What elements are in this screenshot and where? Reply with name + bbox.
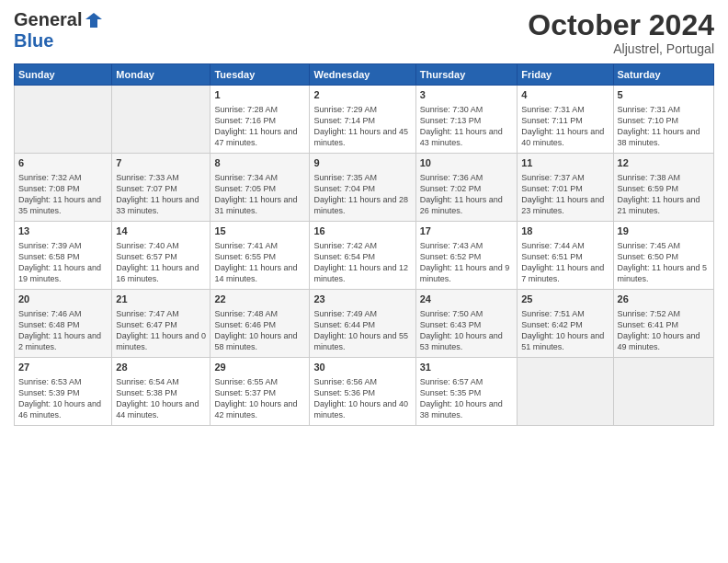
logo-bird-icon: [84, 10, 104, 30]
calendar-cell: [112, 86, 210, 154]
cell-content: Sunrise: 7:41 AMSunset: 6:55 PMDaylight:…: [214, 240, 305, 285]
week-row: 20Sunrise: 7:46 AMSunset: 6:48 PMDayligh…: [15, 290, 714, 358]
logo: General Blue: [14, 9, 104, 52]
cell-content: Sunrise: 7:37 AMSunset: 7:01 PMDaylight:…: [521, 172, 609, 217]
cell-content: Sunrise: 7:44 AMSunset: 6:51 PMDaylight:…: [521, 240, 609, 285]
calendar-cell: [613, 358, 713, 426]
day-number: 11: [521, 156, 609, 170]
calendar-cell: 10Sunrise: 7:36 AMSunset: 7:02 PMDayligh…: [415, 154, 517, 222]
col-header-thursday: Thursday: [415, 64, 517, 86]
day-number: 9: [313, 156, 411, 170]
logo-blue: Blue: [14, 30, 53, 52]
title-block: October 2024 Aljustrel, Portugal: [528, 9, 714, 56]
calendar-cell: 14Sunrise: 7:40 AMSunset: 6:57 PMDayligh…: [112, 222, 210, 290]
day-number: 16: [313, 224, 411, 238]
cell-content: Sunrise: 6:54 AMSunset: 5:38 PMDaylight:…: [116, 376, 206, 421]
cell-content: Sunrise: 7:47 AMSunset: 6:47 PMDaylight:…: [116, 308, 206, 353]
day-number: 24: [420, 293, 513, 306]
cell-content: Sunrise: 7:32 AMSunset: 7:08 PMDaylight:…: [18, 172, 108, 217]
day-number: 21: [116, 293, 206, 306]
week-row: 27Sunrise: 6:53 AMSunset: 5:39 PMDayligh…: [15, 358, 714, 426]
day-number: 2: [313, 88, 411, 102]
calendar-cell: 7Sunrise: 7:33 AMSunset: 7:07 PMDaylight…: [112, 154, 210, 222]
day-number: 31: [420, 361, 513, 374]
day-number: 26: [618, 293, 710, 306]
day-number: 6: [18, 156, 108, 170]
page-header: General Blue October 2024 Aljustrel, Por…: [14, 9, 714, 56]
header-row: SundayMondayTuesdayWednesdayThursdayFrid…: [15, 64, 714, 86]
cell-content: Sunrise: 7:35 AMSunset: 7:04 PMDaylight:…: [313, 172, 411, 217]
cell-content: Sunrise: 7:52 AMSunset: 6:41 PMDaylight:…: [618, 308, 710, 353]
calendar-cell: 24Sunrise: 7:50 AMSunset: 6:43 PMDayligh…: [415, 290, 517, 358]
day-number: 4: [521, 88, 609, 102]
calendar-table: SundayMondayTuesdayWednesdayThursdayFrid…: [14, 63, 714, 426]
week-row: 13Sunrise: 7:39 AMSunset: 6:58 PMDayligh…: [15, 222, 714, 290]
calendar-cell: 26Sunrise: 7:52 AMSunset: 6:41 PMDayligh…: [613, 290, 713, 358]
calendar-cell: 21Sunrise: 7:47 AMSunset: 6:47 PMDayligh…: [112, 290, 210, 358]
calendar-cell: 2Sunrise: 7:29 AMSunset: 7:14 PMDaylight…: [310, 86, 415, 154]
cell-content: Sunrise: 7:36 AMSunset: 7:02 PMDaylight:…: [420, 172, 513, 217]
cell-content: Sunrise: 7:45 AMSunset: 6:50 PMDaylight:…: [618, 240, 710, 285]
col-header-saturday: Saturday: [613, 64, 713, 86]
cell-content: Sunrise: 7:42 AMSunset: 6:54 PMDaylight:…: [313, 240, 411, 285]
day-number: 7: [116, 156, 206, 170]
cell-content: Sunrise: 7:49 AMSunset: 6:44 PMDaylight:…: [313, 308, 411, 353]
col-header-friday: Friday: [518, 64, 613, 86]
day-number: 15: [214, 224, 305, 238]
col-header-sunday: Sunday: [15, 64, 112, 86]
cell-content: Sunrise: 7:28 AMSunset: 7:16 PMDaylight:…: [214, 104, 305, 149]
day-number: 1: [214, 88, 305, 102]
calendar-cell: 5Sunrise: 7:31 AMSunset: 7:10 PMDaylight…: [613, 86, 713, 154]
cell-content: Sunrise: 6:57 AMSunset: 5:35 PMDaylight:…: [420, 376, 513, 421]
cell-content: Sunrise: 6:56 AMSunset: 5:36 PMDaylight:…: [313, 376, 411, 421]
calendar-cell: 11Sunrise: 7:37 AMSunset: 7:01 PMDayligh…: [518, 154, 613, 222]
calendar-cell: 3Sunrise: 7:30 AMSunset: 7:13 PMDaylight…: [415, 86, 517, 154]
calendar-cell: 25Sunrise: 7:51 AMSunset: 6:42 PMDayligh…: [518, 290, 613, 358]
day-number: 25: [521, 293, 609, 306]
calendar-cell: 1Sunrise: 7:28 AMSunset: 7:16 PMDaylight…: [210, 86, 310, 154]
day-number: 5: [618, 88, 710, 102]
col-header-wednesday: Wednesday: [310, 64, 415, 86]
day-number: 8: [214, 156, 305, 170]
cell-content: Sunrise: 7:40 AMSunset: 6:57 PMDaylight:…: [116, 240, 206, 285]
cell-content: Sunrise: 6:55 AMSunset: 5:37 PMDaylight:…: [214, 376, 305, 421]
cell-content: Sunrise: 7:38 AMSunset: 6:59 PMDaylight:…: [618, 172, 710, 217]
day-number: 3: [420, 88, 513, 102]
calendar-cell: 18Sunrise: 7:44 AMSunset: 6:51 PMDayligh…: [518, 222, 613, 290]
calendar-cell: 20Sunrise: 7:46 AMSunset: 6:48 PMDayligh…: [15, 290, 112, 358]
calendar-cell: 19Sunrise: 7:45 AMSunset: 6:50 PMDayligh…: [613, 222, 713, 290]
calendar-cell: 15Sunrise: 7:41 AMSunset: 6:55 PMDayligh…: [210, 222, 310, 290]
cell-content: Sunrise: 7:51 AMSunset: 6:42 PMDaylight:…: [521, 308, 609, 353]
logo-general: General: [14, 9, 82, 30]
day-number: 10: [420, 156, 513, 170]
day-number: 19: [618, 224, 710, 238]
calendar-cell: 27Sunrise: 6:53 AMSunset: 5:39 PMDayligh…: [15, 358, 112, 426]
day-number: 30: [313, 361, 411, 374]
cell-content: Sunrise: 7:33 AMSunset: 7:07 PMDaylight:…: [116, 172, 206, 217]
svg-marker-0: [85, 13, 102, 28]
cell-content: Sunrise: 7:50 AMSunset: 6:43 PMDaylight:…: [420, 308, 513, 353]
cell-content: Sunrise: 7:31 AMSunset: 7:11 PMDaylight:…: [521, 104, 609, 149]
calendar-cell: 8Sunrise: 7:34 AMSunset: 7:05 PMDaylight…: [210, 154, 310, 222]
calendar-cell: 16Sunrise: 7:42 AMSunset: 6:54 PMDayligh…: [310, 222, 415, 290]
day-number: 29: [214, 361, 305, 374]
cell-content: Sunrise: 7:43 AMSunset: 6:52 PMDaylight:…: [420, 240, 513, 285]
day-number: 14: [116, 224, 206, 238]
calendar-cell: [15, 86, 112, 154]
calendar-cell: 4Sunrise: 7:31 AMSunset: 7:11 PMDaylight…: [518, 86, 613, 154]
cell-content: Sunrise: 7:31 AMSunset: 7:10 PMDaylight:…: [618, 104, 710, 149]
week-row: 1Sunrise: 7:28 AMSunset: 7:16 PMDaylight…: [15, 86, 714, 154]
location: Aljustrel, Portugal: [528, 41, 714, 56]
calendar-cell: [518, 358, 613, 426]
calendar-cell: 28Sunrise: 6:54 AMSunset: 5:38 PMDayligh…: [112, 358, 210, 426]
calendar-cell: 31Sunrise: 6:57 AMSunset: 5:35 PMDayligh…: [415, 358, 517, 426]
cell-content: Sunrise: 7:46 AMSunset: 6:48 PMDaylight:…: [18, 308, 108, 353]
day-number: 12: [618, 156, 710, 170]
day-number: 18: [521, 224, 609, 238]
calendar-cell: 12Sunrise: 7:38 AMSunset: 6:59 PMDayligh…: [613, 154, 713, 222]
cell-content: Sunrise: 7:39 AMSunset: 6:58 PMDaylight:…: [18, 240, 108, 285]
col-header-tuesday: Tuesday: [210, 64, 310, 86]
day-number: 23: [313, 293, 411, 306]
week-row: 6Sunrise: 7:32 AMSunset: 7:08 PMDaylight…: [15, 154, 714, 222]
day-number: 27: [18, 361, 108, 374]
